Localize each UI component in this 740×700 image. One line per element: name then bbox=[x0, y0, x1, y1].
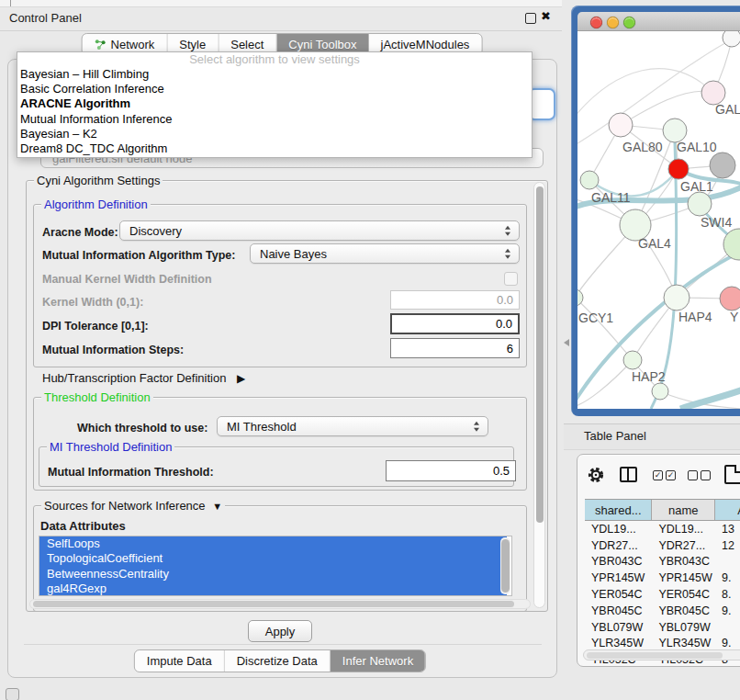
node-label: GAL11 bbox=[591, 190, 631, 205]
network-node-gal1[interactable] bbox=[668, 159, 689, 179]
algorithm-option[interactable]: ARACNE Algorithm bbox=[17, 96, 532, 111]
table-toolbar: ✓ ✓ bbox=[577, 462, 740, 490]
kernel-width-field[interactable]: 0.0 bbox=[390, 290, 520, 310]
network-window: GALGAL80GAL10GAL1GAL11SWI4GAL4GCY1HAP4YH… bbox=[571, 6, 740, 416]
algorithm-option[interactable]: Bayesian – K2 bbox=[17, 127, 532, 141]
table-cell: YDR27... bbox=[585, 539, 652, 552]
column-header[interactable]: shared... bbox=[585, 500, 652, 520]
algorithm-option[interactable]: Mutual Information Inference bbox=[17, 112, 532, 127]
dpi-tolerance-field[interactable]: 0.0 bbox=[390, 313, 520, 334]
settings-horizontal-scrollbar[interactable] bbox=[29, 599, 531, 609]
hub-definition-disclosure[interactable]: Hub/Transcription Factor Definition ▶ bbox=[42, 371, 245, 385]
mi-threshold-field[interactable]: 0.5 bbox=[386, 460, 516, 481]
aracne-mode-label: Aracne Mode: bbox=[42, 226, 118, 239]
network-window-titlebar[interactable] bbox=[577, 12, 740, 31]
network-node[interactable] bbox=[723, 31, 740, 47]
network-node-gcy1[interactable] bbox=[577, 289, 583, 306]
float-panel-icon[interactable] bbox=[525, 13, 536, 24]
aracne-mode-value: Discovery bbox=[129, 224, 182, 238]
table-horizontal-scrollbar[interactable] bbox=[583, 649, 740, 660]
tab-label: Style bbox=[179, 38, 206, 51]
network-node-hap2[interactable] bbox=[623, 351, 642, 369]
algorithm-option[interactable]: Dream8 DC_TDC Algorithm bbox=[17, 141, 532, 156]
splitter-collapse-icon[interactable] bbox=[564, 339, 569, 346]
algorithm-option[interactable]: Basic Correlation Inference bbox=[17, 82, 532, 96]
select-all-checkbox-icon[interactable]: ✓ bbox=[653, 470, 663, 480]
manual-kernel-checkbox[interactable] bbox=[504, 272, 518, 286]
network-node-hap4[interactable] bbox=[664, 285, 690, 310]
algorithm-option[interactable]: Bayesian – Hill Climbing bbox=[17, 67, 532, 82]
table-row[interactable]: YBR045CYBR045C9. bbox=[585, 603, 740, 619]
attribute-list-item[interactable]: BetweennessCentrality bbox=[39, 567, 507, 581]
mi-steps-field[interactable]: 6 bbox=[390, 338, 520, 358]
tab-label: Network bbox=[111, 38, 155, 51]
table-row[interactable]: YER054CYER054C8. bbox=[585, 586, 740, 603]
close-icon[interactable]: ✖ bbox=[541, 9, 551, 23]
panel-grip-icon[interactable] bbox=[6, 688, 19, 700]
bottom-tab-infer-network[interactable]: Infer Network bbox=[331, 650, 425, 672]
aracne-mode-combo[interactable]: Discovery bbox=[119, 220, 520, 241]
network-node-swi4[interactable] bbox=[688, 192, 712, 216]
node-label: HAP4 bbox=[678, 310, 712, 324]
which-threshold-combo[interactable]: MI Threshold bbox=[217, 416, 488, 436]
table-cell: YDL19... bbox=[652, 523, 715, 536]
table-cell: YDL19... bbox=[585, 523, 652, 536]
kernel-width-label: Kernel Width (0,1): bbox=[42, 296, 143, 309]
network-node-gal11[interactable] bbox=[580, 171, 599, 189]
node-label: GAL10 bbox=[677, 140, 717, 154]
panel-divider bbox=[24, 644, 542, 645]
network-canvas[interactable]: GALGAL80GAL10GAL1GAL11SWI4GAL4GCY1HAP4YH… bbox=[577, 31, 740, 409]
network-node[interactable] bbox=[710, 152, 735, 178]
attribute-list-item[interactable]: SelfLoops bbox=[39, 536, 507, 551]
deselect-all-checkbox-icon[interactable] bbox=[701, 470, 711, 480]
minimize-traffic-light[interactable] bbox=[607, 17, 619, 28]
apply-label: Apply bbox=[265, 625, 296, 638]
table-cell: YER054C bbox=[585, 588, 652, 601]
zoom-traffic-light[interactable] bbox=[623, 17, 635, 28]
data-attributes-list[interactable]: SelfLoopsTopologicalCoefficientBetweenne… bbox=[39, 536, 512, 596]
table-cell: 9. bbox=[715, 637, 740, 649]
node-label: GAL1 bbox=[680, 179, 713, 194]
apply-button[interactable]: Apply bbox=[248, 620, 312, 642]
column-header[interactable]: A bbox=[715, 500, 740, 520]
deselect-all-checkbox-icon[interactable] bbox=[688, 470, 698, 480]
resize-tick bbox=[10, 0, 11, 6]
sources-title-label: Sources for Network Inference bbox=[44, 499, 206, 513]
table-row[interactable]: YDR27...YDR27...12 bbox=[585, 537, 740, 554]
node-label: GAL80 bbox=[622, 140, 663, 154]
settings-vertical-scrollbar[interactable] bbox=[533, 182, 545, 608]
expand-right-icon: ▶ bbox=[237, 372, 245, 385]
select-all-checkbox-icon[interactable]: ✓ bbox=[666, 470, 676, 480]
table-cell: 12 bbox=[715, 539, 740, 552]
kernel-width-value: 0.0 bbox=[497, 293, 513, 307]
sources-group-title[interactable]: Sources for Network Inference ▼ bbox=[41, 499, 225, 513]
list-vertical-scrollbar[interactable] bbox=[500, 537, 510, 594]
table-row[interactable]: YBL079WYBL079W bbox=[585, 619, 740, 636]
table-cell: YBR043C bbox=[585, 555, 652, 568]
threshold-definition-title: Threshold Definition bbox=[41, 390, 153, 404]
tab-label: Cyni Toolbox bbox=[288, 38, 356, 51]
table-row[interactable]: YDL19...YDL19...13 bbox=[585, 521, 740, 537]
table-window: ✓ ✓ shared...nameA YDL19...YDL19...13YDR… bbox=[577, 454, 740, 667]
column-header[interactable]: name bbox=[652, 500, 715, 520]
network-node-y[interactable] bbox=[720, 287, 740, 310]
node-label: GCY1 bbox=[578, 310, 613, 325]
split-columns-icon[interactable] bbox=[620, 467, 637, 482]
network-icon bbox=[95, 39, 107, 51]
network-node-gal80[interactable] bbox=[609, 113, 633, 137]
attribute-list-item[interactable]: gal4RGexp bbox=[39, 581, 507, 596]
data-attributes-label: Data Attributes bbox=[40, 519, 126, 533]
attribute-list-item[interactable]: TopologicalCoefficient bbox=[39, 551, 507, 566]
mi-type-combo[interactable]: Naive Bayes bbox=[250, 243, 520, 264]
table-row[interactable]: YPR145WYPR145W9. bbox=[585, 570, 740, 586]
bottom-tab-impute-data[interactable]: Impute Data bbox=[135, 650, 225, 672]
export-table-icon[interactable] bbox=[724, 465, 740, 484]
mi-steps-value: 6 bbox=[507, 342, 513, 356]
bottom-tab-discretize-data[interactable]: Discretize Data bbox=[225, 650, 331, 672]
table-row[interactable]: YBR043CYBR043C bbox=[585, 554, 740, 570]
bottom-tabs: Impute DataDiscretize DataInfer Network bbox=[134, 649, 426, 672]
network-node[interactable] bbox=[652, 383, 668, 400]
gear-icon[interactable] bbox=[587, 466, 605, 487]
mi-threshold-group-title: MI Threshold Definition bbox=[47, 440, 174, 454]
close-traffic-light[interactable] bbox=[590, 17, 602, 28]
